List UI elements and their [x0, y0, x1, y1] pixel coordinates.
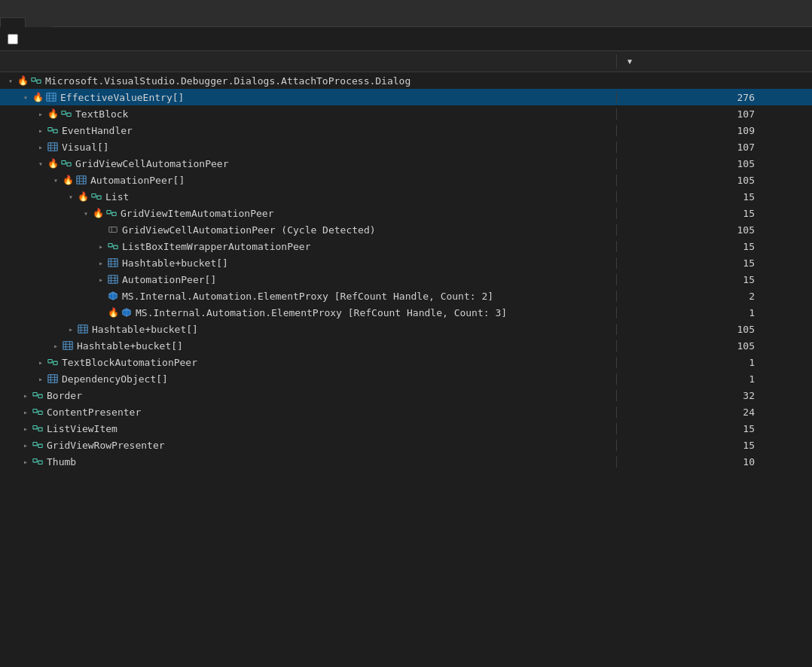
tree-row[interactable]: ▸ 🔥 TextBlock 107	[0, 105, 812, 122]
expand-button[interactable]: ▸	[35, 141, 47, 153]
tree-row[interactable]: ▸ Hashtable+bucket[] 15	[0, 254, 812, 271]
row-label: ListBoxItemWrapperAutomationPeer	[121, 241, 310, 252]
svg-rect-35	[108, 244, 112, 247]
expand-button[interactable]: ▾	[50, 174, 62, 186]
tree-row[interactable]: ▸ TextBlockAutomationPeer 1	[0, 354, 812, 370]
tree-row-content: 🔥 MS.Internal.Automation.ElementProxy [R…	[0, 306, 616, 318]
flame-icon: 🔥	[77, 190, 89, 203]
flame-icon: 🔥	[92, 207, 104, 219]
expand-button[interactable]: ▸	[20, 406, 32, 418]
expand-button[interactable]: ▸	[95, 273, 107, 285]
row-label: EffectiveValueEntry[]	[59, 92, 184, 103]
tree-row[interactable]: MS.Internal.Automation.ElementProxy [Ref…	[0, 288, 812, 304]
tree-row[interactable]: ▸ Visual[] 107	[0, 139, 812, 155]
tree-row[interactable]: ▾ 🔥 GridViewItemAutomationPeer 15	[0, 205, 812, 221]
tree-row[interactable]: ▸ GridViewRowPresenter 15	[0, 437, 812, 453]
svg-rect-3	[47, 93, 56, 102]
tree-row[interactable]: ▸ ContentPresenter 24	[0, 404, 812, 420]
expand-button[interactable]: ▾	[65, 190, 77, 203]
object-type-column-header	[0, 59, 616, 65]
expand-button[interactable]: ▸	[20, 389, 32, 401]
svg-rect-75	[33, 410, 37, 413]
svg-rect-67	[48, 375, 57, 383]
tree-row-content: ▸ Hashtable+bucket[]	[0, 323, 616, 335]
row-reference-count: 15	[616, 191, 767, 203]
flame-icon: 🔥	[107, 306, 119, 318]
tree-row-content: ▸ ListBoxItemWrapperAutomationPeer	[0, 240, 616, 252]
expand-button[interactable]: ▾	[20, 91, 32, 103]
svg-rect-27	[92, 194, 96, 197]
flame-icon: 🔥	[32, 91, 44, 103]
tree-row[interactable]: ▸ DependencyObject[] 1	[0, 370, 812, 387]
tree-row[interactable]: ▾ 🔥 AutomationPeer[] 105	[0, 172, 812, 188]
expand-button[interactable]: ▸	[20, 439, 32, 451]
tree-row[interactable]: GridViewCellAutomationPeer (Cycle Detect…	[0, 221, 812, 238]
class-icon	[32, 406, 44, 418]
expand-button[interactable]: ▾	[5, 75, 17, 87]
array-icon	[77, 323, 89, 335]
expand-button[interactable]: ▾	[80, 207, 92, 219]
row-label: Microsoft.VisualStudio.Debugger.Dialogs.…	[44, 75, 411, 87]
svg-rect-11	[48, 128, 52, 131]
tree-row[interactable]: ▸ AutomationPeer[] 15	[0, 271, 812, 288]
svg-rect-85	[38, 461, 42, 464]
tree-row-content: ▸ Thumb	[0, 455, 616, 468]
row-label: List	[104, 191, 129, 203]
flame-icon: 🔥	[47, 108, 59, 120]
tab-paths-to-root[interactable]	[0, 17, 26, 27]
class-icon	[32, 439, 44, 451]
row-reference-count: 1	[616, 373, 767, 385]
tree-row[interactable]: ▸ Hashtable+bucket[] 105	[0, 321, 812, 337]
row-reference-count: 2	[616, 291, 767, 302]
svg-rect-65	[53, 361, 57, 364]
expand-button[interactable]: ▸	[65, 323, 77, 335]
show-hot-paths-input[interactable]	[8, 34, 18, 44]
svg-rect-78	[33, 426, 37, 429]
tree-row-content: ▸ Hashtable+bucket[]	[0, 257, 616, 269]
array-icon	[47, 373, 59, 385]
expand-button[interactable]: ▸	[95, 257, 107, 269]
expand-button[interactable]: ▸	[50, 340, 62, 352]
row-label: AutomationPeer[]	[121, 274, 216, 285]
show-hot-paths-checkbox[interactable]	[8, 34, 23, 44]
tree-row[interactable]: 🔥 MS.Internal.Automation.ElementProxy [R…	[0, 304, 812, 321]
expand-button[interactable]: ▸	[20, 455, 32, 468]
tree-row[interactable]: ▸ Hashtable+bucket[] 105	[0, 337, 812, 354]
tree-row[interactable]: ▾ 🔥 EffectiveValueEntry[] 276	[0, 89, 812, 105]
expand-button[interactable]: ▸	[35, 356, 47, 368]
row-reference-count: 107	[616, 108, 767, 120]
svg-rect-33	[109, 227, 118, 233]
tree-row[interactable]: ▾ 🔥 GridViewCellAutomationPeer 105	[0, 155, 812, 172]
tree-row[interactable]: ▾ 🔥 List 15	[0, 188, 812, 205]
tree-row[interactable]: ▸ Border 32	[0, 387, 812, 404]
svg-rect-30	[107, 211, 111, 214]
class-icon	[60, 108, 72, 120]
tab-referenced-types[interactable]	[26, 17, 51, 27]
expand-button[interactable]: ▸	[95, 240, 107, 252]
row-label: ListViewItem	[45, 423, 118, 434]
tree-row[interactable]: ▸ ListBoxItemWrapperAutomationPeer 15	[0, 238, 812, 254]
svg-rect-22	[77, 176, 86, 184]
array-icon	[47, 141, 59, 153]
svg-rect-79	[38, 428, 42, 431]
tree-row[interactable]: ▸ ListViewItem 15	[0, 420, 812, 437]
row-reference-count: 15	[616, 423, 767, 434]
expand-button[interactable]: ▸	[35, 373, 47, 385]
svg-rect-9	[67, 113, 71, 116]
tree-row-content: ▾ 🔥 List	[0, 190, 616, 203]
tree-row[interactable]: ▸ Thumb 10	[0, 453, 812, 470]
tree-row[interactable]: ▾ 🔥 Microsoft.VisualStudio.Debugger.Dial…	[0, 72, 812, 89]
reference-count-column-header[interactable]: ▼	[616, 54, 767, 69]
tree-row-content: ▾ 🔥 EffectiveValueEntry[]	[0, 91, 616, 103]
expand-button[interactable]: ▾	[35, 157, 47, 169]
svg-rect-54	[78, 325, 87, 334]
row-reference-count: 105	[616, 340, 767, 352]
array-icon	[107, 273, 119, 285]
row-reference-count: 15	[616, 440, 767, 451]
row-label: TextBlockAutomationPeer	[60, 357, 197, 368]
expand-button[interactable]: ▸	[20, 422, 32, 434]
tree-row[interactable]: ▸ EventHandler 109	[0, 122, 812, 139]
expand-button[interactable]: ▸	[35, 108, 47, 120]
tree-row-content: ▸ Hashtable+bucket[]	[0, 340, 616, 352]
expand-button[interactable]: ▸	[35, 124, 47, 136]
